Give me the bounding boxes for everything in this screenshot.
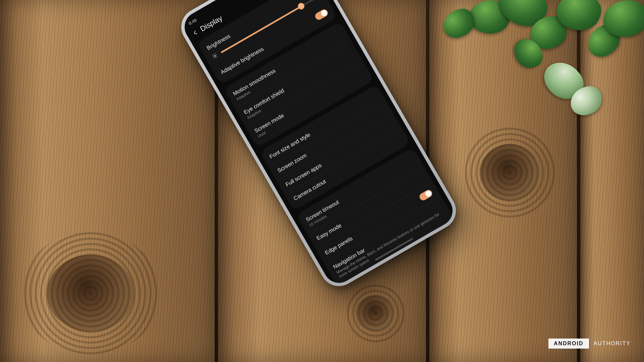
watermark-box: ANDROID xyxy=(548,339,589,349)
svg-line-6 xyxy=(214,54,214,55)
wood-knot xyxy=(480,144,540,201)
svg-line-10 xyxy=(212,55,213,56)
wood-knot xyxy=(47,255,134,332)
sun-icon xyxy=(211,52,219,60)
svg-line-12 xyxy=(214,58,215,58)
svg-line-9 xyxy=(216,55,217,55)
brightness-thumb[interactable] xyxy=(297,2,306,11)
watermark: ANDROID AUTHORITY xyxy=(548,339,631,349)
wood-knot xyxy=(356,295,396,332)
svg-line-7 xyxy=(216,58,216,58)
svg-line-11 xyxy=(217,56,217,57)
back-icon[interactable] xyxy=(191,29,200,37)
wood-plank xyxy=(580,0,644,362)
svg-point-5 xyxy=(214,55,216,57)
watermark-text: AUTHORITY xyxy=(594,341,631,347)
svg-line-13 xyxy=(215,54,216,54)
photo-scene: 8:49 87% Display Brightne xyxy=(0,0,644,362)
wood-gap xyxy=(577,0,580,362)
svg-line-8 xyxy=(213,57,213,57)
